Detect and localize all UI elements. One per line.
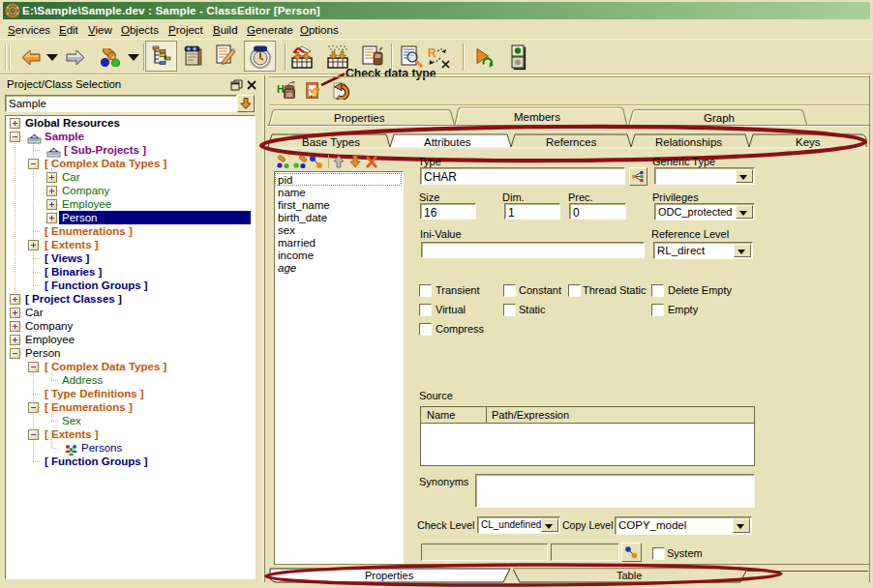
svg-text:H: H [277,83,285,95]
svg-text:R: R [428,46,436,60]
